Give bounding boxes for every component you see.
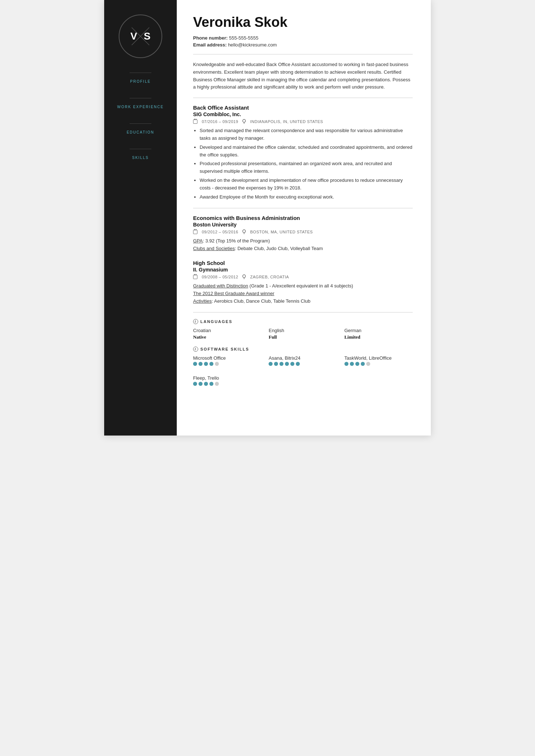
phone-line: Phone number: 555-555-5555 bbox=[193, 35, 413, 41]
job-company-0: SIG Combibloc, Inc. bbox=[193, 111, 413, 117]
calendar-icon-edu1 bbox=[193, 275, 197, 279]
main-content: Veronika Skok Phone number: 555-555-5555… bbox=[177, 0, 431, 436]
divider-education bbox=[130, 123, 151, 124]
edu-block-0: Economics with Business Administration B… bbox=[193, 215, 413, 253]
software-row2: Fleep, Trello bbox=[193, 375, 413, 389]
divider-after-profile bbox=[193, 98, 413, 98]
dot bbox=[199, 382, 203, 386]
edu-dates-0: 09/2012 – 05/2016 bbox=[202, 230, 238, 234]
dot bbox=[215, 382, 219, 386]
soft-dots-0 bbox=[193, 362, 261, 366]
candidate-name: Veronika Skok bbox=[193, 15, 413, 30]
software-title: i SOFTWARE SKILLS bbox=[193, 347, 413, 352]
dot bbox=[209, 382, 213, 386]
edu-degree-1: High School bbox=[193, 260, 413, 266]
email-line: Email address: hello@kickresume.com bbox=[193, 42, 413, 48]
dot bbox=[269, 362, 273, 366]
bullet-0-0: Sorted and managed the relevant correspo… bbox=[200, 127, 413, 142]
dot bbox=[361, 362, 365, 366]
edu-activities-1: Activities: Aerobics Club, Dance Club, T… bbox=[193, 298, 413, 305]
svg-point-4 bbox=[243, 230, 246, 233]
lang-item-2: German Limited bbox=[344, 328, 413, 340]
dot bbox=[279, 362, 283, 366]
edu-school-1: II. Gymnasium bbox=[193, 267, 413, 273]
location-icon-edu1 bbox=[242, 274, 246, 279]
bullet-0-2: Produced professional presentations, mai… bbox=[200, 160, 413, 175]
divider-work bbox=[130, 98, 151, 98]
dot bbox=[366, 362, 370, 366]
divider-after-header bbox=[193, 54, 413, 54]
divider-after-education bbox=[193, 312, 413, 312]
soft-name-2: TaskWorld, LibreOffice bbox=[344, 355, 413, 361]
email-value: hello@kickresume.com bbox=[228, 42, 277, 48]
bullet-0-4: Awarded Employee of the Month for execut… bbox=[200, 193, 413, 201]
dot bbox=[193, 362, 197, 366]
soft-name-1: Asana, Bitrix24 bbox=[269, 355, 337, 361]
soft-item-3: Fleep, Trello bbox=[193, 375, 261, 389]
soft-dots-1 bbox=[269, 362, 337, 366]
divider-skills bbox=[130, 149, 151, 149]
dot bbox=[204, 362, 208, 366]
location-icon bbox=[242, 119, 246, 124]
lang-level-2: Limited bbox=[344, 334, 413, 340]
sidebar-label-work: Work Experience bbox=[117, 105, 164, 109]
dot bbox=[296, 362, 300, 366]
edu-degree-0: Economics with Business Administration bbox=[193, 215, 413, 221]
soft-dots-2 bbox=[344, 362, 413, 366]
job-bullets-0: Sorted and managed the relevant correspo… bbox=[193, 127, 413, 201]
languages-grid: Croatian Native English Full German Limi… bbox=[193, 328, 413, 340]
calendar-icon-edu0 bbox=[193, 230, 197, 234]
edu-gpa-0: GPA: 3.92 (Top 15% of the Program) bbox=[193, 237, 413, 245]
edu-dates-1: 09/2008 – 05/2012 bbox=[202, 275, 238, 279]
skills-section: i LANGUAGES Croatian Native English Full… bbox=[193, 319, 413, 389]
dot bbox=[209, 362, 213, 366]
sidebar: V S Profile Work Experience Education Sk… bbox=[104, 0, 177, 436]
job-title-0: Back Office Assistant bbox=[193, 105, 413, 111]
edu-meta-0: 09/2012 – 05/2016 BOSTON, MA, UNITED STA… bbox=[193, 229, 413, 234]
soft-item-0: Microsoft Office bbox=[193, 355, 261, 369]
avatar: V S bbox=[119, 15, 162, 58]
edu-location-1: ZAGREB, CROATIA bbox=[250, 275, 289, 279]
education-section: Economics with Business Administration B… bbox=[193, 215, 413, 305]
lang-name-1: English bbox=[269, 328, 337, 333]
work-experience-section: Back Office Assistant SIG Combibloc, Inc… bbox=[193, 105, 413, 201]
soft-name-3: Fleep, Trello bbox=[193, 375, 261, 381]
dot bbox=[344, 362, 348, 366]
dot bbox=[204, 382, 208, 386]
software-label: SOFTWARE SKILLS bbox=[200, 347, 249, 351]
divider-after-work bbox=[193, 208, 413, 208]
lang-level-0: Native bbox=[193, 334, 261, 340]
software-row1: Microsoft Office Asana, Bitrix24 bbox=[193, 355, 413, 369]
lang-name-2: German bbox=[344, 328, 413, 333]
soft-dots-3 bbox=[193, 382, 261, 386]
phone-value: 555-555-5555 bbox=[229, 35, 258, 41]
languages-label: LANGUAGES bbox=[200, 319, 232, 324]
sidebar-label-profile: Profile bbox=[130, 79, 151, 83]
profile-section: Knowledgeable and well-educated Back Off… bbox=[193, 61, 413, 91]
edu-award-1: The 2012 Best Graduate Award winner bbox=[193, 290, 413, 298]
edu-distinction-label: Graduated with Distinction bbox=[193, 283, 248, 289]
bullet-0-1: Developed and maintained the office cale… bbox=[200, 144, 413, 159]
divider-profile bbox=[130, 73, 151, 73]
job-block-0: Back Office Assistant SIG Combibloc, Inc… bbox=[193, 105, 413, 201]
edu-clubs-0: Clubs and Societies: Debate Club, Judo C… bbox=[193, 245, 413, 253]
edu-school-0: Boston University bbox=[193, 222, 413, 228]
languages-title: i LANGUAGES bbox=[193, 319, 413, 324]
sidebar-label-education: Education bbox=[127, 130, 154, 134]
dot bbox=[193, 382, 197, 386]
edu-meta-1: 09/2008 – 05/2012 ZAGREB, CROATIA bbox=[193, 274, 413, 279]
dot bbox=[350, 362, 354, 366]
dot bbox=[290, 362, 294, 366]
svg-point-6 bbox=[243, 275, 246, 278]
soft-item-2: TaskWorld, LibreOffice bbox=[344, 355, 413, 369]
location-icon-edu0 bbox=[242, 229, 246, 234]
dot bbox=[355, 362, 359, 366]
bullet-0-3: Worked on the development and implementa… bbox=[200, 177, 413, 192]
edu-gpa-label: GPA bbox=[193, 238, 203, 244]
info-icon-lang: i bbox=[193, 319, 198, 324]
job-dates-0: 07/2016 – 09/2019 bbox=[202, 119, 238, 124]
lang-item-1: English Full bbox=[269, 328, 337, 340]
lang-name-0: Croatian bbox=[193, 328, 261, 333]
calendar-icon bbox=[193, 119, 197, 124]
dot bbox=[274, 362, 278, 366]
